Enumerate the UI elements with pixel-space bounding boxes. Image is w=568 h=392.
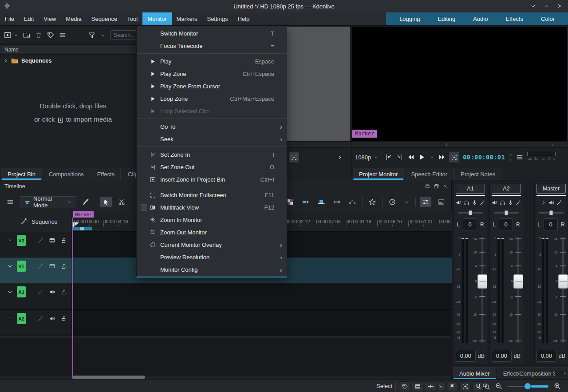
balance-value[interactable]: 0 [463, 218, 477, 230]
menu-item-set-zone-in[interactable]: Set Zone InI [137, 148, 287, 161]
add-clip-button[interactable] [4, 32, 11, 39]
chevron-up-icon[interactable] [508, 152, 513, 157]
toolbar-overflow-button[interactable]: › [339, 153, 341, 162]
timeline-zone-bar[interactable] [72, 227, 92, 230]
menu-item-switch-monitor[interactable]: Switch MonitorT [137, 27, 287, 40]
tab-project-notes[interactable]: Project Notes [454, 168, 501, 180]
zone-frame-button[interactable] [459, 381, 471, 391]
menu-button[interactable] [59, 32, 66, 39]
fader-handle[interactable] [558, 274, 568, 289]
menubar-item-edit[interactable]: Edit [19, 12, 39, 25]
level-value[interactable]: 0,00 [492, 350, 512, 362]
zoom-fit-button[interactable] [483, 383, 490, 390]
track-lane-a1[interactable] [71, 283, 452, 309]
lock-icon[interactable] [61, 238, 67, 243]
menubar-item-help[interactable]: Help [233, 12, 254, 25]
overwrite-tool-button[interactable] [316, 197, 327, 207]
lift-tool-button[interactable] [347, 197, 358, 207]
track-header-a2[interactable]: A2 [0, 310, 71, 336]
track-label[interactable]: A1 [17, 286, 26, 297]
zoom-slider[interactable] [508, 383, 548, 390]
timeline-horizontal-scrollbar[interactable] [72, 376, 145, 379]
menu-item-current-monitor-overlay[interactable]: Current Monitor Overlay› [137, 238, 287, 251]
edit-mode-select[interactable]: Normal Mode [20, 196, 76, 208]
fader-handle[interactable] [513, 274, 523, 289]
tab-effects[interactable]: Effects [91, 168, 121, 180]
menu-item-play[interactable]: PlayEspace [137, 55, 287, 67]
workspace-tab-color[interactable]: Color [532, 16, 564, 22]
level-value[interactable]: 0,00 [536, 350, 556, 362]
menubar-item-view[interactable]: View [39, 12, 61, 25]
panel-pop-button[interactable] [434, 184, 439, 189]
chevron-down-icon[interactable] [7, 289, 13, 295]
zone-button[interactable] [288, 152, 300, 163]
menubar-item-monitor[interactable]: Monitor [142, 12, 171, 25]
effects-icon[interactable] [38, 238, 43, 243]
extract-tool-button[interactable] [331, 197, 343, 207]
effects-icon[interactable] [38, 316, 43, 321]
mic-record-button[interactable] [508, 200, 513, 206]
razor-tool-button[interactable] [80, 197, 92, 207]
minimize-button[interactable] [530, 3, 536, 9]
menubar-item-sequence[interactable]: Sequence [87, 12, 122, 25]
workspace-tab-editing[interactable]: Editing [429, 16, 464, 22]
tab-audio-mixer[interactable]: Audio Mixer [453, 367, 496, 379]
cut-tool-button[interactable] [116, 197, 127, 207]
menu-item-play-zone-from-cursor[interactable]: Play Zone From Cursor [137, 80, 287, 92]
insert-tool-button[interactable] [300, 197, 312, 207]
effects-button[interactable] [480, 200, 485, 206]
pan-handle[interactable] [505, 210, 508, 215]
workspace-tab-audio[interactable]: Audio [464, 16, 497, 22]
menu-item-multitrack-view[interactable]: Multitrack ViewF12 [137, 201, 287, 214]
balance-value[interactable]: 0 [544, 218, 558, 230]
workspace-tab-logging[interactable]: Logging [390, 16, 429, 22]
checkbox[interactable] [141, 204, 147, 211]
panel-float-button[interactable] [425, 184, 430, 189]
solo-button[interactable] [500, 200, 505, 206]
tab-compositions[interactable]: Compositions [43, 168, 90, 180]
menubar-item-tool[interactable]: Tool [122, 12, 142, 25]
tag-button[interactable] [399, 381, 410, 391]
menu-item-play-zone[interactable]: Play ZoneCtrl+Espace [137, 67, 287, 80]
chevron-down-button[interactable] [438, 381, 445, 391]
track-row-a1[interactable]: A1 [0, 283, 452, 310]
track-header-v1[interactable]: V1 [0, 257, 71, 283]
mute-button[interactable] [548, 200, 554, 206]
selection-tool-button[interactable] [100, 197, 112, 207]
slider-handle[interactable] [525, 383, 531, 389]
level-value[interactable]: 0,00 [456, 350, 476, 362]
scroll-left-button[interactable] [556, 371, 560, 376]
mute-button[interactable] [492, 200, 497, 206]
menu-item-monitor-config[interactable]: Monitor Config› [137, 263, 287, 276]
monitor-menu-button[interactable] [516, 154, 523, 161]
tab-project-bin[interactable]: Project Bin [1, 168, 42, 180]
effects-icon[interactable] [38, 263, 43, 269]
chevron-down-icon[interactable] [7, 238, 13, 243]
track-label[interactable]: V2 [17, 235, 26, 246]
menu-item-go-to[interactable]: Go To› [137, 120, 287, 133]
zoom-in-button[interactable] [554, 383, 561, 390]
video-icon[interactable] [49, 238, 55, 243]
lock-icon[interactable] [61, 289, 67, 295]
collapse-button[interactable] [540, 200, 546, 206]
pan-slider[interactable] [539, 210, 564, 216]
track-label[interactable]: A2 [17, 313, 26, 324]
pan-slider[interactable] [494, 210, 519, 216]
lock-icon[interactable] [61, 263, 67, 269]
timeline-menu-button[interactable] [4, 197, 16, 207]
maximize-button[interactable] [544, 3, 549, 9]
master-effects-icon[interactable] [20, 218, 28, 225]
balance-value[interactable]: 0 [499, 218, 513, 230]
track-header-a1[interactable]: A1 [0, 283, 71, 309]
subtitle-button[interactable] [435, 197, 447, 207]
new-folder-button[interactable] [23, 32, 30, 39]
tag-button[interactable] [47, 32, 54, 39]
menu-item-focus-timecode[interactable]: Focus Timecode= [137, 40, 287, 52]
menu-item-switch-monitor-fullscreen[interactable]: Switch Monitor FullscreenF11 [137, 189, 287, 201]
flag-button[interactable] [446, 381, 458, 391]
rewind-button[interactable] [407, 154, 414, 161]
track-lane-a2[interactable] [71, 310, 452, 336]
menu-item-insert-zone-in-project-bin[interactable]: Insert Zone in Project BinCtrl+I [137, 173, 287, 186]
pan-slider[interactable] [458, 210, 483, 216]
star-button[interactable] [367, 197, 378, 207]
